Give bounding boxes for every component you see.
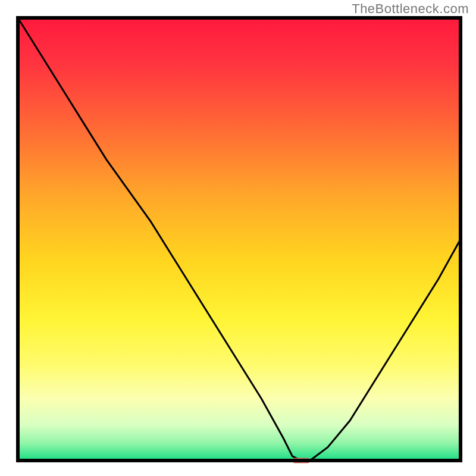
bottleneck-chart — [0, 0, 476, 476]
plot-background — [18, 18, 461, 461]
watermark-text: TheBottleneck.com — [352, 1, 469, 17]
chart-container: TheBottleneck.com — [0, 0, 476, 476]
